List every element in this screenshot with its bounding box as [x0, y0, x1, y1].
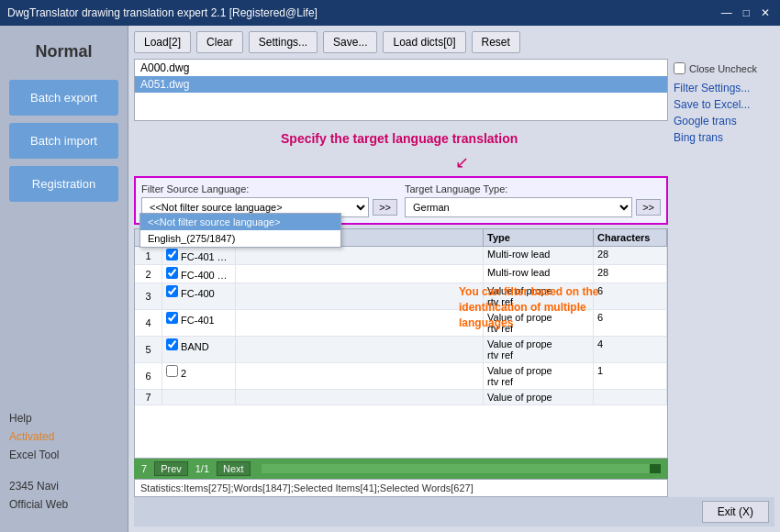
- row-checkbox-2[interactable]: [166, 267, 178, 279]
- batch-import-button[interactable]: Batch import: [9, 123, 118, 159]
- file-item-selected[interactable]: A051.dwg: [135, 76, 667, 93]
- row-ion-6: [236, 363, 484, 389]
- row-type-6: Value of propertv ref: [484, 363, 594, 389]
- row-num-6: 6: [135, 363, 162, 389]
- window-controls: — □ ✕: [719, 6, 773, 19]
- row-id-6: 2: [162, 363, 236, 389]
- maximize-btn[interactable]: □: [741, 6, 752, 19]
- filter-area: Filter Source Language: <<Not filter sou…: [134, 176, 668, 225]
- row-ion-7: [236, 390, 484, 405]
- stats-bar: Statistics:Items[275];Words[1847];Select…: [134, 479, 668, 497]
- dropdown-item-2[interactable]: English_(275/1847): [140, 230, 340, 247]
- col-type: Type: [484, 229, 594, 246]
- right-sidebar: Close Uncheck Filter Settings... Save to…: [674, 59, 774, 497]
- row-num-indicator: 7: [141, 463, 147, 474]
- batch-export-button[interactable]: Batch export: [9, 80, 118, 116]
- target-language-select[interactable]: German: [405, 197, 632, 217]
- row-ion-2: [236, 265, 484, 283]
- table-row: 6 2 Value of propertv ref 1: [135, 363, 667, 390]
- target-filter-label: Target Language Type:: [405, 183, 661, 194]
- center-panel: A000.dwg A051.dwg Specify the target lan…: [134, 59, 668, 497]
- minimize-btn[interactable]: —: [719, 6, 735, 19]
- col-chars: Characters: [594, 229, 667, 246]
- prev-btn[interactable]: Prev: [154, 461, 188, 476]
- row-checkbox-6[interactable]: [166, 365, 178, 377]
- table-row: 1 FC-401 TILE Multi-row lead 28: [135, 247, 667, 265]
- file-list[interactable]: A000.dwg A051.dwg: [134, 59, 668, 121]
- h-scrollbar[interactable]: [262, 464, 661, 473]
- source-filter-label: Filter Source Language:: [141, 183, 397, 194]
- annotation-text: Specify the target language translation: [281, 131, 518, 146]
- sidebar-title: Normal: [0, 35, 128, 76]
- settings-button[interactable]: Settings...: [249, 31, 318, 53]
- h-scrollbar-thumb: [650, 464, 661, 473]
- row-chars-6: 1: [594, 363, 667, 389]
- annotation-area: Specify the target language translation …: [134, 127, 668, 172]
- annotation-arrow: ↙: [455, 152, 469, 172]
- load-dicts-button[interactable]: Load dicts[0]: [383, 31, 465, 53]
- app-body: Normal Batch export Batch import Registr…: [0, 26, 780, 532]
- row-ion-5: [236, 337, 484, 362]
- row-type-1: Multi-row lead: [484, 247, 594, 264]
- main-content: Load[2] Clear Settings... Save... Load d…: [128, 26, 780, 532]
- source-filter-section: Filter Source Language: <<Not filter sou…: [141, 183, 397, 217]
- close-uncheck-row: Close Uncheck: [674, 62, 774, 74]
- google-trans-link[interactable]: Google trans: [674, 115, 774, 127]
- row-checkbox-1[interactable]: [166, 249, 178, 260]
- row-id-5: BAND: [162, 337, 236, 362]
- row-type-5: Value of propertv ref: [484, 337, 594, 362]
- next-btn[interactable]: Next: [217, 461, 251, 476]
- save-excel-link[interactable]: Save to Excel...: [674, 98, 774, 111]
- reset-button[interactable]: Reset: [472, 31, 520, 53]
- row-ion-4: [236, 310, 484, 336]
- navi-link[interactable]: 2345 Navi: [9, 477, 118, 495]
- load-button[interactable]: Load[2]: [134, 31, 191, 53]
- row-type-2: Multi-row lead: [484, 265, 594, 283]
- row-id-7: [162, 390, 236, 405]
- close-uncheck-label: Close Uncheck: [689, 63, 757, 74]
- close-uncheck-checkbox[interactable]: [674, 62, 685, 74]
- toolbar: Load[2] Clear Settings... Save... Load d…: [134, 31, 774, 53]
- row-num-3: 3: [135, 283, 162, 309]
- help-link[interactable]: Help: [9, 409, 118, 427]
- save-button[interactable]: Save...: [323, 31, 377, 53]
- source-dropdown: <<Not filter source language> English_(2…: [139, 213, 341, 248]
- bing-trans-link[interactable]: Bing trans: [674, 131, 774, 144]
- table-row: 2 FC-400 TILE Multi-row lead 28: [135, 265, 667, 283]
- target-arrow-btn[interactable]: >>: [636, 199, 661, 216]
- data-table: ion Type Characters 1 FC-401 TILE Multi-…: [134, 228, 668, 459]
- source-arrow-btn[interactable]: >>: [373, 199, 397, 216]
- row-chars-7: [594, 390, 667, 405]
- row-checkbox-5[interactable]: [166, 338, 178, 350]
- row-id-4: FC-401: [162, 310, 236, 336]
- sidebar: Normal Batch export Batch import Registr…: [0, 26, 128, 532]
- row-chars-5: 4: [594, 337, 667, 362]
- bottom-bar: Exit (X): [134, 497, 774, 526]
- row-id-3: FC-400: [162, 283, 236, 309]
- dropdown-item-1[interactable]: <<Not filter source language>: [140, 214, 340, 230]
- row-num-2: 2: [135, 265, 162, 283]
- row-num-7: 7: [135, 390, 162, 405]
- row-type-7: Value of prope: [484, 390, 594, 405]
- row-checkbox-4[interactable]: [166, 312, 178, 324]
- row-checkbox-3[interactable]: [166, 285, 178, 297]
- exit-button[interactable]: Exit (X): [702, 501, 769, 523]
- row-num-4: 4: [135, 310, 162, 336]
- excel-tool-link[interactable]: Excel Tool: [9, 446, 118, 464]
- pagination: 7 Prev 1/1 Next: [134, 459, 668, 479]
- row-chars-1: 28: [594, 247, 667, 264]
- app-title: DwgTranslator drawing translation expert…: [7, 6, 318, 19]
- row-chars-2: 28: [594, 265, 667, 283]
- page-info: 1/1: [195, 463, 209, 474]
- registration-button[interactable]: Registration: [9, 166, 118, 202]
- file-item[interactable]: A000.dwg: [135, 60, 667, 76]
- target-filter-row: German >>: [405, 197, 661, 217]
- activated-link[interactable]: Activated: [9, 427, 118, 446]
- clear-button[interactable]: Clear: [196, 31, 243, 53]
- title-bar: DwgTranslator drawing translation expert…: [0, 0, 780, 26]
- sidebar-footer: Help Activated Excel Tool 2345 Navi Offi…: [0, 400, 128, 523]
- row-num-1: 1: [135, 247, 162, 264]
- official-web-link[interactable]: Official Web: [9, 495, 118, 514]
- filter-settings-link[interactable]: Filter Settings...: [674, 82, 774, 94]
- close-btn[interactable]: ✕: [758, 6, 773, 19]
